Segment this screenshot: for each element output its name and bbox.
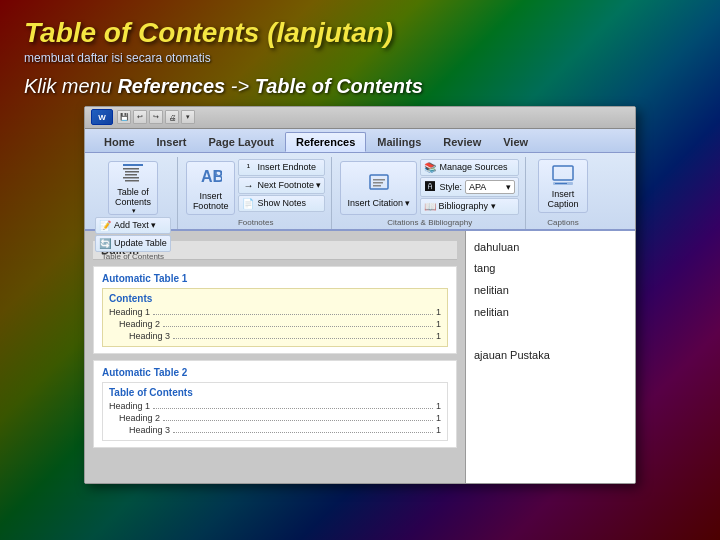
tab-insert[interactable]: Insert xyxy=(146,132,198,152)
save-qat-btn[interactable]: 💾 xyxy=(117,110,131,124)
style-text-label: Style: xyxy=(439,182,462,192)
caption-icon xyxy=(549,163,577,187)
document-area: Built-In Automatic Table 1 Contents Head… xyxy=(85,231,635,483)
toc2-inner: Table of Contents Heading 1 1 Heading 2 … xyxy=(102,382,448,441)
dropdown-qat-btn[interactable]: ▾ xyxy=(181,110,195,124)
title-bar: W 💾 ↩ ↪ 🖨 ▾ xyxy=(85,107,635,129)
document-text: dahuluan tang nelitian nelitian ajauan P… xyxy=(474,239,627,365)
ribbon-content: Table ofContents ▾ 📝 Add Text ▾ 🔄 Update… xyxy=(85,153,635,231)
tab-references[interactable]: References xyxy=(285,132,366,152)
print-qat-btn[interactable]: 🖨 xyxy=(165,110,179,124)
toc-btn-label: Table ofContents xyxy=(115,187,151,207)
undo-qat-btn[interactable]: ↩ xyxy=(133,110,147,124)
toc-group: Table ofContents ▾ 📝 Add Text ▾ 🔄 Update… xyxy=(89,157,178,229)
insert-footnote-button[interactable]: AB 1 InsertFootnote xyxy=(186,161,236,215)
table-of-contents-button[interactable]: Table ofContents ▾ xyxy=(108,161,158,215)
show-notes-icon: 📄 xyxy=(242,198,254,209)
update-table-icon: 🔄 xyxy=(99,238,111,249)
update-table-label: Update Table xyxy=(114,238,167,248)
automatic-table-2-card[interactable]: Automatic Table 2 Table of Contents Head… xyxy=(93,360,457,448)
title-area: Table of Contents (lanjutan) membuat daf… xyxy=(0,0,720,71)
toc1-h2: Heading 2 1 xyxy=(109,318,441,330)
doc-line-1: dahuluan xyxy=(474,239,627,257)
ribbon-tabs: Home Insert Page Layout References Maili… xyxy=(85,129,635,153)
bibliography-button[interactable]: 📖 Bibliography ▾ xyxy=(420,198,519,215)
citations-group-label: Citations & Bibliography xyxy=(387,218,472,229)
next-footnote-button[interactable]: → Next Footnote ▾ xyxy=(238,177,325,194)
insert-caption-label: InsertCaption xyxy=(547,189,578,209)
instruction-toc: Table of Contents xyxy=(255,75,423,97)
style-value[interactable]: APA ▾ xyxy=(465,180,515,194)
fn-right-buttons: ¹ Insert Endnote → Next Footnote ▾ 📄 Sho… xyxy=(238,159,325,215)
doc-line-4: nelitian xyxy=(474,304,627,322)
insert-caption-button[interactable]: InsertCaption xyxy=(538,159,588,213)
redo-qat-btn[interactable]: ↪ xyxy=(149,110,163,124)
svg-rect-10 xyxy=(373,182,383,184)
toc2-h2: Heading 2 1 xyxy=(109,412,441,424)
insert-citation-label: Insert Citation ▾ xyxy=(347,198,410,208)
manage-sources-button[interactable]: 📚 Manage Sources xyxy=(420,159,519,176)
show-notes-label: Show Notes xyxy=(257,198,306,208)
toc-icon xyxy=(119,161,147,185)
automatic-table-1-card[interactable]: Automatic Table 1 Contents Heading 1 1 H… xyxy=(93,266,457,354)
svg-rect-1 xyxy=(123,168,139,170)
document-right-panel: dahuluan tang nelitian nelitian ajauan P… xyxy=(465,231,635,483)
word-window: W 💾 ↩ ↪ 🖨 ▾ Home Insert Page Layout Refe… xyxy=(84,106,636,484)
office-button[interactable]: W xyxy=(91,109,113,125)
insert-endnote-label: Insert Endnote xyxy=(257,162,316,172)
toc-dropdown-panel: Built-In Automatic Table 1 Contents Head… xyxy=(85,231,465,483)
manage-sources-icon: 📚 xyxy=(424,162,436,173)
svg-text:1: 1 xyxy=(214,168,219,177)
next-footnote-icon: → xyxy=(242,180,254,191)
footnote-icon: AB 1 xyxy=(197,165,225,189)
slide-title: Table of Contents (lanjutan) xyxy=(24,18,696,49)
footnotes-group-label: Footnotes xyxy=(238,218,274,229)
insert-citation-button[interactable]: Insert Citation ▾ xyxy=(340,161,417,215)
tab-review[interactable]: Review xyxy=(432,132,492,152)
insert-endnote-button[interactable]: ¹ Insert Endnote xyxy=(238,159,325,176)
toc2-title: Automatic Table 2 xyxy=(102,367,448,378)
insert-footnote-label: InsertFootnote xyxy=(193,191,229,211)
tab-page-layout[interactable]: Page Layout xyxy=(198,132,285,152)
update-table-button[interactable]: 🔄 Update Table xyxy=(95,235,171,252)
toc1-h3: Heading 3 1 xyxy=(109,330,441,342)
slide-content: Table of Contents (lanjutan) membuat daf… xyxy=(0,0,720,540)
add-text-label: Add Text ▾ xyxy=(114,220,156,230)
toc2-h1: Heading 1 1 xyxy=(109,400,441,412)
svg-rect-11 xyxy=(373,185,381,187)
style-arrow: ▾ xyxy=(506,182,511,192)
slide-subtitle: membuat daftar isi secara otomatis xyxy=(24,51,696,65)
svg-rect-9 xyxy=(373,179,385,181)
svg-rect-14 xyxy=(555,183,567,184)
bibliography-icon: 📖 xyxy=(424,201,436,212)
svg-rect-3 xyxy=(125,174,137,176)
citation-icon xyxy=(365,168,393,196)
toc1-title: Automatic Table 1 xyxy=(102,273,448,284)
quick-access-toolbar: 💾 ↩ ↪ 🖨 ▾ xyxy=(117,110,195,124)
style-dropdown[interactable]: 🅰 Style: APA ▾ xyxy=(420,177,519,197)
footnotes-group: AB 1 InsertFootnote ¹ Insert Endnote → xyxy=(180,157,333,229)
svg-rect-2 xyxy=(125,171,139,173)
svg-rect-12 xyxy=(553,166,573,180)
captions-group-label: Captions xyxy=(547,218,579,229)
doc-line-6: ajauan Pustaka xyxy=(474,347,627,365)
tab-home[interactable]: Home xyxy=(93,132,146,152)
toc-small-buttons: 📝 Add Text ▾ 🔄 Update Table xyxy=(95,217,171,252)
svg-rect-4 xyxy=(123,177,139,179)
bibliography-label: Bibliography ▾ xyxy=(438,201,495,211)
insert-endnote-icon: ¹ xyxy=(242,162,254,173)
instruction-references: References xyxy=(117,75,225,97)
doc-line-2: tang xyxy=(474,260,627,278)
toc-dropdown-arrow: ▾ xyxy=(132,207,136,215)
doc-line-5 xyxy=(474,325,627,343)
doc-line-3: nelitian xyxy=(474,282,627,300)
instruction-text: Klik menu References -> Table of Content… xyxy=(24,75,696,98)
tab-view[interactable]: View xyxy=(492,132,539,152)
show-notes-button[interactable]: 📄 Show Notes xyxy=(238,195,325,212)
tab-mailings[interactable]: Mailings xyxy=(366,132,432,152)
svg-rect-0 xyxy=(123,164,143,166)
captions-group: InsertCaption Captions xyxy=(528,157,598,229)
svg-text:AB: AB xyxy=(201,168,222,185)
toc-group-label: Table of Contents xyxy=(102,252,164,263)
add-text-button[interactable]: 📝 Add Text ▾ xyxy=(95,217,171,234)
